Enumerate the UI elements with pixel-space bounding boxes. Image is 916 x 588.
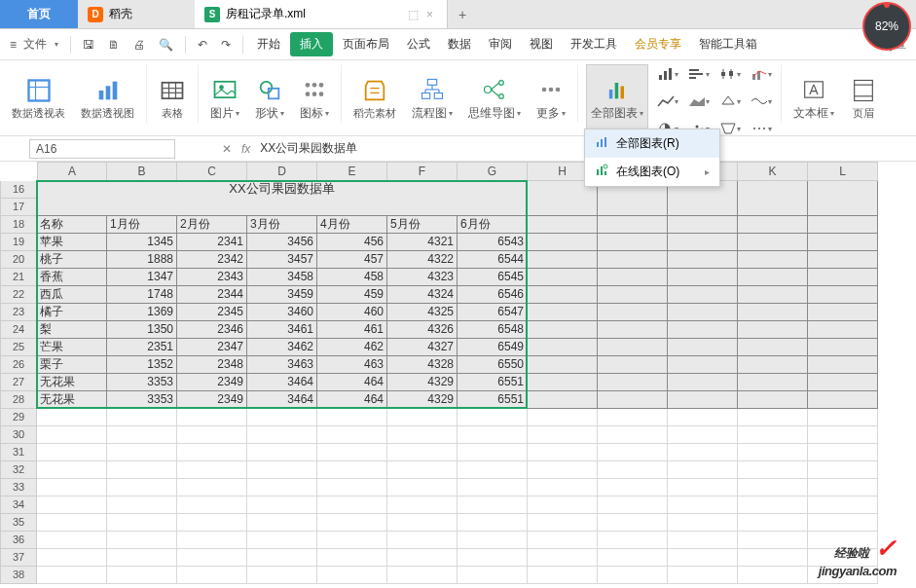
ribbon-tab-layout[interactable]: 页面布局	[335, 32, 397, 56]
cell[interactable]	[528, 461, 598, 479]
cell[interactable]: 3460	[247, 304, 317, 321]
undo-button[interactable]: ↶	[192, 34, 213, 55]
cell[interactable]: 4324	[387, 286, 458, 304]
cell[interactable]	[37, 461, 107, 479]
row-header[interactable]: 31	[0, 444, 37, 461]
cell[interactable]: 3457	[247, 251, 317, 269]
row-header[interactable]: 32	[0, 461, 37, 479]
cell[interactable]	[738, 216, 808, 234]
row-header[interactable]: 34	[0, 496, 37, 514]
row-header[interactable]: 19	[0, 234, 37, 251]
cell[interactable]	[177, 496, 247, 514]
cell[interactable]	[177, 549, 247, 567]
dropdown-item-all-charts[interactable]: 全部图表(R)	[585, 129, 719, 158]
cell[interactable]	[37, 567, 107, 584]
cell[interactable]	[177, 532, 247, 549]
cell[interactable]	[387, 479, 458, 496]
cell[interactable]	[738, 479, 808, 496]
cell[interactable]	[247, 444, 317, 461]
cell[interactable]	[528, 426, 598, 444]
cell[interactable]	[528, 304, 598, 321]
cell[interactable]	[808, 286, 878, 304]
cell[interactable]	[458, 549, 528, 567]
cell[interactable]	[387, 532, 458, 549]
cell[interactable]: 2345	[177, 304, 247, 321]
cell[interactable]	[668, 286, 738, 304]
print-button[interactable]: 🖨	[128, 34, 151, 55]
docer-tab[interactable]: D 稻壳	[78, 0, 195, 28]
cell[interactable]	[458, 479, 528, 496]
cells-area[interactable]: XX公司果园数据单名称1月份2月份3月份4月份5月份6月份苹果134523413…	[37, 181, 878, 584]
cell[interactable]: 2346	[177, 321, 247, 339]
cell[interactable]	[738, 181, 808, 216]
cell[interactable]: 2348	[177, 356, 247, 374]
cell[interactable]: 6月份	[458, 216, 528, 234]
cell[interactable]	[177, 461, 247, 479]
cell[interactable]	[37, 549, 107, 567]
row-header[interactable]: 28	[0, 391, 37, 409]
cell[interactable]: 无花果	[37, 391, 107, 409]
flowchart-button[interactable]: 流程图▾	[408, 64, 457, 132]
cell[interactable]: 栗子	[37, 356, 107, 374]
cell[interactable]	[317, 461, 387, 479]
cell[interactable]	[668, 321, 738, 339]
title-cell[interactable]: XX公司果园数据单	[37, 181, 528, 216]
column-header[interactable]: A	[37, 162, 107, 181]
cell[interactable]: 6543	[458, 234, 528, 251]
cell[interactable]: 2349	[177, 374, 247, 391]
row-header[interactable]: 30	[0, 426, 37, 444]
cell[interactable]	[598, 374, 668, 391]
pivot-chart-button[interactable]: 数据透视图	[77, 64, 138, 132]
cell[interactable]	[247, 532, 317, 549]
cell[interactable]	[808, 181, 878, 216]
mindmap-button[interactable]: 思维导图▾	[464, 64, 525, 132]
cell[interactable]	[528, 532, 598, 549]
cell[interactable]	[808, 426, 878, 444]
cell[interactable]	[738, 532, 808, 549]
row-header[interactable]: 16	[0, 181, 37, 199]
shape-button[interactable]: 形状▾	[251, 64, 288, 132]
cell[interactable]: 4322	[387, 251, 458, 269]
cell[interactable]	[808, 251, 878, 269]
cell[interactable]	[387, 514, 458, 532]
cell[interactable]: 4326	[387, 321, 458, 339]
cell[interactable]	[107, 409, 177, 426]
cell[interactable]	[808, 356, 878, 374]
cell[interactable]	[317, 514, 387, 532]
radar-chart-mini[interactable]: ▾	[718, 92, 742, 111]
cell[interactable]: 3456	[247, 234, 317, 251]
cell[interactable]	[247, 479, 317, 496]
redo-button[interactable]: ↷	[215, 34, 237, 55]
cell[interactable]	[528, 339, 598, 356]
cell[interactable]	[808, 391, 878, 409]
cell[interactable]: 香蕉	[37, 269, 107, 286]
print-preview-button[interactable]: 🔍	[153, 34, 179, 55]
app-menu-button[interactable]: ≡ 文件 ▾	[4, 32, 64, 56]
ribbon-tab-formula[interactable]: 公式	[399, 32, 438, 56]
add-tab-button[interactable]: +	[448, 7, 477, 22]
cell[interactable]	[458, 567, 528, 584]
cell[interactable]	[458, 426, 528, 444]
cell[interactable]: 西瓜	[37, 286, 107, 304]
cell[interactable]	[107, 567, 177, 584]
cell[interactable]	[528, 286, 598, 304]
cell[interactable]: 苹果	[37, 234, 107, 251]
cell[interactable]: 6551	[458, 391, 528, 409]
header-footer-button[interactable]: 页眉	[846, 64, 881, 132]
cell[interactable]	[598, 391, 668, 409]
cell[interactable]: 2347	[177, 339, 247, 356]
cell[interactable]	[738, 374, 808, 391]
line-chart-mini[interactable]: ▾	[656, 92, 679, 111]
cell[interactable]: 2341	[177, 234, 247, 251]
ribbon-tab-smart[interactable]: 智能工具箱	[691, 32, 765, 56]
cell[interactable]	[528, 391, 598, 409]
row-header[interactable]: 21	[0, 269, 37, 286]
pivot-table-button[interactable]: 数据透视表	[8, 64, 69, 132]
cell[interactable]	[107, 444, 177, 461]
area-chart-mini[interactable]: ▾	[687, 92, 711, 111]
cell[interactable]	[808, 496, 878, 514]
cell[interactable]	[808, 339, 878, 356]
cell[interactable]	[528, 374, 598, 391]
row-header[interactable]: 17	[0, 199, 37, 216]
text-box-button[interactable]: A 文本框▾	[789, 64, 838, 132]
